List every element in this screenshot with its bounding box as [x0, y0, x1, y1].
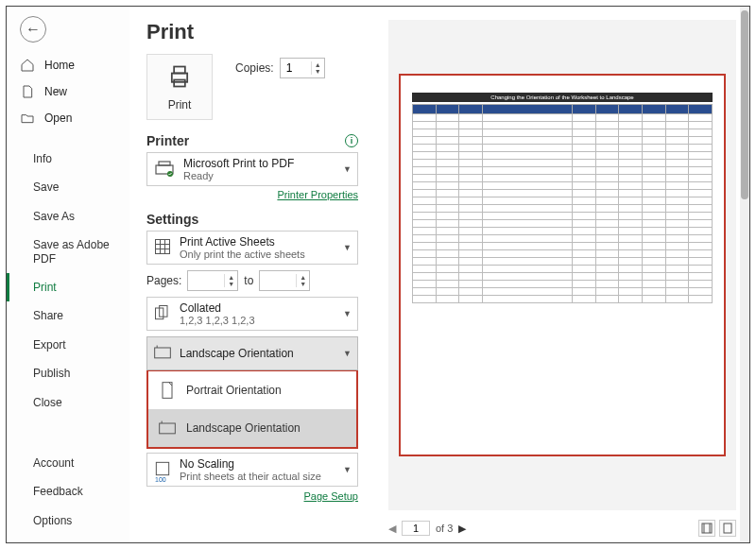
print-settings-panel: Print Print Copies: ▲▼ Printer [129, 7, 375, 542]
print-button[interactable]: Print [146, 54, 213, 120]
printer-dropdown[interactable]: Microsoft Print to PDF Ready ▼ [146, 152, 358, 186]
nav-home[interactable]: Home [7, 52, 129, 78]
preview-sheet-title: Changing the Orientation of the Workshee… [412, 93, 713, 102]
orientation-dropdown[interactable]: Landscape Orientation ▼ [146, 336, 358, 370]
nav-options[interactable]: Options [7, 506, 129, 535]
nav-info[interactable]: Info [7, 145, 129, 173]
svg-rect-1 [174, 66, 185, 73]
next-page-button[interactable]: ▶ [458, 523, 466, 535]
svg-rect-13 [155, 348, 171, 358]
nav-save-as[interactable]: Save As [7, 202, 129, 231]
svg-rect-6 [156, 239, 170, 253]
pages-to-spinner[interactable]: ▲▼ [259, 270, 310, 291]
scaling-label: No Scaling [180, 457, 321, 471]
chevron-down-icon: ▼ [343, 309, 352, 318]
collation-label: Collated [180, 301, 255, 315]
spinner-arrows-icon[interactable]: ▲▼ [296, 274, 309, 287]
print-preview-panel: Changing the Orientation of the Workshee… [375, 7, 749, 542]
sheets-icon [153, 237, 172, 259]
printer-status: Ready [183, 170, 294, 181]
nav-publish[interactable]: Publish [7, 359, 129, 387]
orientation-options-popup: Portrait Orientation Landscape Orientati… [146, 369, 358, 449]
scaling-desc: Print sheets at their actual size [180, 471, 321, 482]
print-button-label: Print [168, 98, 192, 112]
nav-new[interactable]: New [7, 78, 129, 105]
back-arrow-icon: ← [26, 21, 41, 38]
spinner-arrows-icon[interactable]: ▲▼ [224, 274, 237, 287]
orientation-option-landscape[interactable]: Landscape Orientation [148, 409, 356, 447]
collation-desc: 1,2,3 1,2,3 1,2,3 [180, 315, 255, 326]
preview-page: Changing the Orientation of the Workshee… [399, 74, 726, 456]
pages-from-spinner[interactable]: ▲▼ [187, 270, 238, 291]
preview-table: document.write(Array.from({length:25}).m… [412, 104, 713, 303]
svg-rect-15 [160, 423, 176, 434]
landscape-icon [158, 419, 177, 437]
svg-rect-4 [159, 162, 170, 165]
back-button[interactable]: ← [20, 16, 46, 43]
nav-label: New [44, 85, 67, 98]
chevron-down-icon: ▼ [343, 164, 352, 174]
settings-heading: Settings [146, 212, 198, 227]
nav-share[interactable]: Share [7, 301, 129, 330]
chevron-down-icon: ▼ [343, 243, 352, 252]
preview-area: Changing the Orientation of the Workshee… [388, 20, 736, 510]
pages-label: Pages: [146, 274, 181, 287]
scrollbar-thumb[interactable] [741, 10, 748, 199]
preview-pager: ◀ of 3 ▶ [375, 520, 749, 537]
vertical-scrollbar[interactable] [740, 7, 749, 542]
page-title: Print [146, 20, 358, 44]
nav-save-adobe-pdf[interactable]: Save as Adobe PDF [7, 231, 129, 273]
spinner-arrows-icon[interactable]: ▲▼ [311, 61, 324, 75]
printer-device-icon [153, 160, 176, 179]
print-what-dropdown[interactable]: Print Active Sheets Only print the activ… [146, 231, 358, 265]
backstage-sidebar: ← Home New Open Info Save Save As Save a… [7, 7, 129, 542]
landscape-icon [153, 343, 172, 365]
copies-spinner[interactable]: ▲▼ [280, 58, 325, 78]
pages-to-label: to [244, 274, 253, 287]
portrait-icon [158, 381, 177, 400]
nav-export[interactable]: Export [7, 331, 129, 359]
info-icon[interactable]: i [345, 134, 358, 147]
nav-label: Home [44, 59, 75, 72]
printer-heading: Printer [146, 133, 189, 148]
nav-label: Open [44, 112, 72, 125]
nav-save[interactable]: Save [7, 173, 129, 201]
zoom-to-page-button[interactable] [719, 520, 736, 537]
chevron-down-icon: ▼ [343, 349, 352, 358]
page-setup-link[interactable]: Page Setup [146, 487, 358, 502]
chevron-down-icon: ▼ [343, 465, 352, 474]
option-label: Landscape Orientation [186, 421, 301, 435]
collation-dropdown[interactable]: Collated 1,2,3 1,2,3 1,2,3 ▼ [146, 297, 358, 331]
collated-icon [153, 303, 172, 325]
printer-icon [166, 63, 193, 93]
option-label: Portrait Orientation [186, 384, 282, 397]
current-page-input[interactable] [402, 521, 430, 536]
new-icon [20, 84, 35, 99]
nav-feedback[interactable]: Feedback [7, 477, 129, 506]
orientation-selected-label: Landscape Orientation [180, 347, 294, 360]
nav-close[interactable]: Close [7, 388, 129, 417]
scaling-dropdown[interactable]: 100 No Scaling Print sheets at their act… [146, 453, 358, 487]
nav-account[interactable]: Account [7, 449, 129, 477]
pages-to-input[interactable] [260, 274, 296, 287]
home-icon [20, 58, 35, 73]
print-what-desc: Only print the active sheets [180, 249, 305, 260]
svg-rect-20 [724, 523, 731, 533]
nav-open[interactable]: Open [7, 105, 129, 131]
svg-rect-2 [174, 79, 185, 86]
orientation-option-portrait[interactable]: Portrait Orientation [148, 371, 356, 409]
printer-name: Microsoft Print to PDF [183, 157, 294, 170]
page-total: of 3 [436, 523, 453, 534]
svg-rect-16 [156, 462, 168, 474]
scaling-icon: 100 [153, 459, 172, 481]
copies-label: Copies: [235, 61, 274, 75]
prev-page-button[interactable]: ◀ [388, 523, 396, 535]
pages-from-input[interactable] [188, 274, 224, 287]
show-margins-button[interactable] [698, 520, 715, 537]
print-what-label: Print Active Sheets [180, 235, 305, 249]
open-icon [20, 111, 35, 126]
nav-print[interactable]: Print [7, 273, 129, 301]
printer-properties-link[interactable]: Printer Properties [146, 186, 358, 206]
copies-input[interactable] [281, 61, 311, 75]
